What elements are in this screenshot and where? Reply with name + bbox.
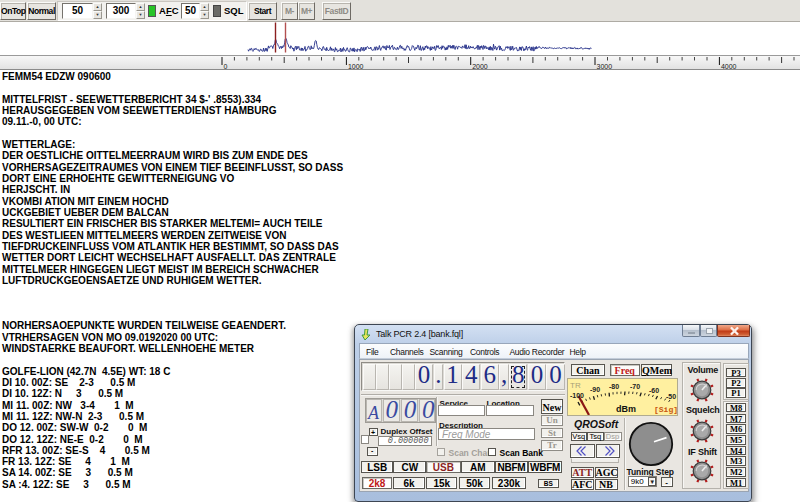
svg-text:TR: TR — [570, 381, 581, 390]
svg-text:-50: -50 — [666, 393, 676, 400]
svg-text:[Sig]: [Sig] — [654, 405, 677, 414]
svg-text:-80: -80 — [609, 383, 619, 390]
svg-text:-90: -90 — [590, 386, 600, 393]
svg-text:dBm: dBm — [616, 404, 636, 414]
svg-text:-70: -70 — [630, 383, 640, 390]
svg-text:-60: -60 — [649, 387, 659, 394]
svg-text:-100: -100 — [570, 392, 584, 399]
